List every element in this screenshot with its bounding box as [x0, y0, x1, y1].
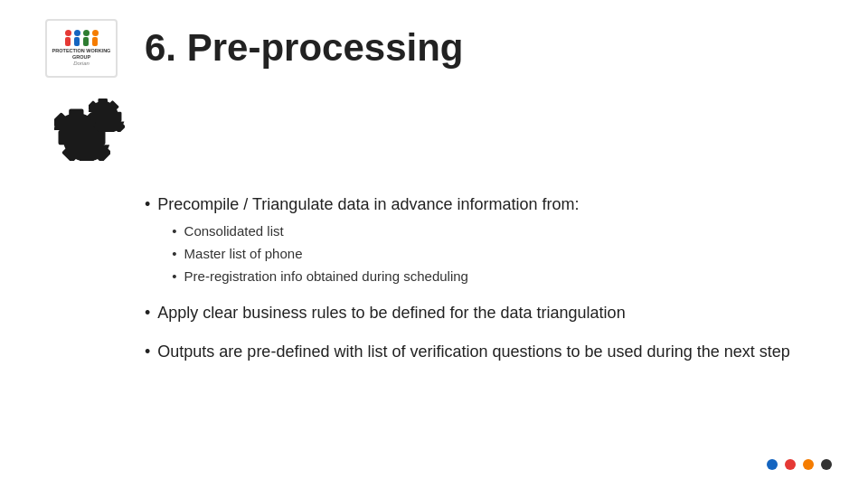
footer-dot-orange — [803, 459, 814, 470]
header: Protection Working Group Dorian 6. Pre-p… — [0, 0, 868, 87]
slide-title: 6. Pre-processing — [145, 27, 832, 69]
logo-sub-text: Dorian — [51, 61, 112, 66]
sub-bullets-1: • Consolidated list • Master list of pho… — [172, 221, 579, 286]
sub-bullet-3-dot: • — [172, 267, 176, 286]
sub-bullet-1: • Consolidated list — [172, 221, 579, 240]
sub-bullet-2-dot: • — [172, 244, 176, 263]
bullet-1: • Precompile / Triangulate data in advan… — [145, 193, 832, 286]
sub-bullet-3-text: Pre-registration info obtained during sc… — [184, 267, 468, 286]
bullet-2-text: Apply clear business rules to be defined… — [157, 302, 625, 324]
bullet-1-text: Precompile / Triangulate data in advance… — [157, 195, 579, 213]
footer-dot-dark — [821, 459, 832, 470]
bullet-2-dot: • — [145, 302, 150, 324]
footer-dot-blue — [767, 459, 778, 470]
footer-dots — [767, 459, 832, 470]
sub-bullet-1-text: Consolidated list — [184, 221, 284, 240]
gear-icons — [45, 96, 127, 177]
bullet-2: • Apply clear business rules to be defin… — [145, 302, 832, 324]
bullet-3-text: Outputs are pre-defined with list of ver… — [157, 341, 789, 363]
logo-org-text: Protection Working Group — [51, 48, 112, 60]
gear-small-icon — [89, 96, 125, 132]
title-area: 6. Pre-processing — [127, 27, 832, 69]
sub-bullet-2-text: Master list of phone — [184, 244, 303, 263]
bullet-3: • Outputs are pre-defined with list of v… — [145, 341, 832, 363]
logo: Protection Working Group Dorian — [45, 19, 118, 78]
bullet-1-dot: • — [145, 193, 150, 216]
slide: Protection Working Group Dorian 6. Pre-p… — [0, 0, 868, 488]
icon-area — [36, 87, 136, 470]
text-area: • Precompile / Triangulate data in advan… — [136, 87, 832, 470]
sub-bullet-3: • Pre-registration info obtained during … — [172, 267, 579, 286]
content-area: • Precompile / Triangulate data in advan… — [0, 87, 868, 488]
figure-green — [82, 30, 90, 46]
figure-orange — [91, 30, 99, 46]
figure-blue — [73, 30, 80, 46]
figure-red — [64, 30, 71, 46]
sub-bullet-1-dot: • — [172, 221, 176, 240]
sub-bullet-2: • Master list of phone — [172, 244, 579, 263]
footer-dot-red — [785, 459, 796, 470]
logo-area: Protection Working Group Dorian — [36, 16, 127, 80]
bullet-3-dot: • — [145, 341, 150, 363]
